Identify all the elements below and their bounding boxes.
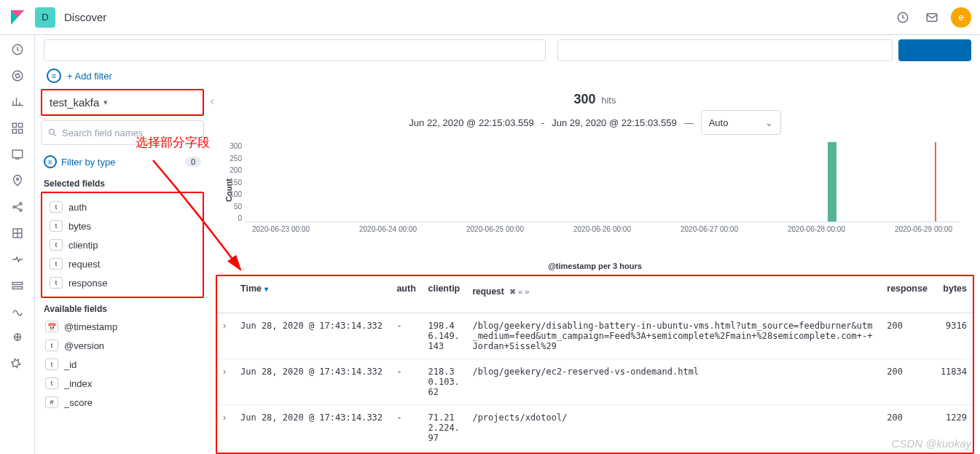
nav-metrics-icon[interactable] [9, 224, 26, 242]
svg-rect-7 [12, 130, 16, 133]
field-clientip[interactable]: tclientip [45, 235, 200, 254]
refresh-button[interactable] [898, 39, 971, 61]
add-filter-link[interactable]: + Add filter [67, 71, 112, 82]
cell-bytes: 11834 [934, 359, 973, 405]
svg-point-3 [12, 71, 23, 81]
query-bar [35, 35, 980, 66]
field-_index[interactable]: t_index [41, 374, 204, 393]
cell-clientip: 218.30.103.62 [422, 359, 466, 405]
cell-auth: - [391, 313, 422, 359]
svg-rect-9 [12, 150, 23, 158]
col-request[interactable]: request ✖ « » [466, 276, 881, 313]
field-_id[interactable]: t_id [41, 355, 204, 374]
interval-select[interactable]: Auto ⌄ [701, 110, 781, 135]
svg-rect-16 [12, 287, 23, 289]
table-row: ›Jun 28, 2020 @ 17:43:14.332-198.46.149.… [217, 313, 973, 359]
top-bar: D Discover e [0, 0, 980, 35]
field-name: request [68, 259, 100, 270]
field-name: @timestamp [64, 321, 117, 332]
nav-visualize-icon[interactable] [9, 93, 26, 111]
kql-input[interactable] [44, 39, 546, 61]
field-type-icon: # [45, 396, 58, 408]
filter-by-type[interactable]: ≡ Filter by type 0 [41, 151, 204, 173]
field-auth[interactable]: tauth [45, 197, 200, 216]
interval-value: Auto [709, 117, 729, 128]
field-type-icon: t [45, 377, 58, 389]
svg-point-10 [16, 178, 18, 180]
field-response[interactable]: tresponse [45, 273, 200, 292]
table-row: ›Jun 28, 2020 @ 17:43:14.332-71.212.224.… [217, 405, 973, 451]
timerange-row: Jun 22, 2020 @ 22:15:03.559 - Jun 29, 20… [216, 110, 974, 139]
x-ticks: 2020-06-23 00:002020-06-24 00:002020-06-… [245, 225, 960, 233]
nav-uptime-icon[interactable] [9, 303, 26, 321]
results-table: Time▾ auth clientip request ✖ « » respon… [216, 275, 974, 454]
mail-icon[interactable] [922, 7, 942, 28]
cell-request: /blog/geekery/ec2-reserved-vs-ondemand.h… [466, 359, 881, 405]
user-avatar[interactable]: e [951, 7, 971, 28]
field-@version[interactable]: t@version [41, 336, 204, 355]
sort-desc-icon: ▾ [264, 285, 268, 293]
nav-maps-icon[interactable] [9, 172, 26, 189]
col-auth[interactable]: auth [391, 276, 422, 313]
cell-auth: - [391, 405, 422, 451]
nav-siem-icon[interactable] [9, 329, 26, 347]
filter-menu-icon[interactable]: ≡ [47, 69, 61, 83]
col-time[interactable]: Time▾ [235, 276, 391, 313]
field-bytes[interactable]: tbytes [45, 216, 200, 235]
cell-time: Jun 28, 2020 @ 17:43:14.332 [235, 359, 391, 405]
nav-ml-icon[interactable] [9, 198, 26, 216]
index-pattern-selector[interactable]: test_kakfa ▾ [41, 89, 204, 116]
newsfeed-icon[interactable] [893, 7, 913, 28]
expand-row-icon[interactable]: › [217, 313, 235, 359]
field-type-icon: t [50, 239, 63, 251]
svg-point-13 [20, 209, 22, 211]
field-_score[interactable]: #_score [41, 393, 204, 412]
field-request[interactable]: trequest [45, 254, 200, 273]
nav-rail [0, 35, 35, 454]
svg-rect-15 [12, 283, 23, 285]
nav-dashboard-icon[interactable] [9, 120, 26, 137]
svg-marker-4 [15, 74, 20, 78]
cell-response: 200 [881, 405, 934, 451]
hits-header: 300 hits [216, 89, 974, 110]
nav-canvas-icon[interactable] [9, 146, 26, 163]
hits-label: hits [601, 95, 616, 106]
nav-dev-icon[interactable] [9, 356, 26, 373]
kibana-logo-icon [9, 9, 26, 26]
nav-discover-icon[interactable] [9, 67, 26, 85]
cell-auth: - [391, 359, 422, 405]
time-picker[interactable] [557, 39, 893, 61]
field-name: response [68, 278, 107, 289]
nav-logs-icon[interactable] [9, 251, 26, 268]
search-fields-input[interactable]: Search field names [41, 120, 204, 145]
field-type-icon: t [50, 277, 63, 289]
search-icon [47, 128, 58, 138]
cell-clientip: 198.46.149.143 [422, 313, 466, 359]
histogram-chart[interactable]: Count 300250200150100500 2020-06-23 00:0… [245, 142, 960, 259]
svg-point-18 [49, 129, 54, 134]
nav-apm-icon[interactable] [9, 277, 26, 294]
selected-fields-list: tauthtbytestclientiptrequesttresponse [41, 192, 204, 298]
col-clientip[interactable]: clientip [422, 276, 466, 313]
field-name: @version [64, 340, 104, 351]
svg-rect-6 [18, 123, 22, 127]
field-type-icon: t [50, 220, 63, 232]
expand-row-icon[interactable]: › [217, 405, 235, 451]
svg-point-12 [20, 203, 22, 205]
col-response[interactable]: response [881, 276, 934, 313]
selected-fields-label: Selected fields [44, 179, 204, 189]
filter-count-badge: 0 [185, 157, 201, 167]
field-@timestamp[interactable]: @timestamp [41, 317, 204, 336]
available-fields-label: Available fields [44, 304, 204, 314]
cell-bytes: 9316 [934, 313, 973, 359]
field-name: _score [64, 397, 93, 408]
space-badge[interactable]: D [35, 7, 55, 28]
svg-rect-5 [12, 123, 16, 127]
cell-request: /projects/xdotool/ [466, 405, 881, 451]
col-bytes[interactable]: bytes [934, 276, 973, 313]
hits-count: 300 [574, 92, 596, 106]
results-panel: 300 hits Jun 22, 2020 @ 22:15:03.559 - J… [210, 89, 980, 454]
nav-recent-icon[interactable] [9, 41, 26, 58]
expand-row-icon[interactable]: › [217, 359, 235, 405]
cell-response: 200 [881, 359, 934, 405]
